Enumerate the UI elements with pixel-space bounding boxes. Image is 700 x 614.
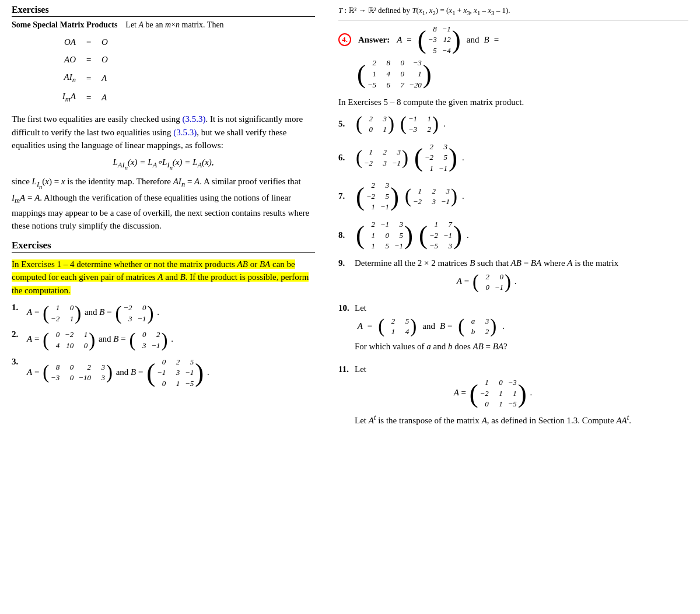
ex10-equation: A = ( 2 5 1 4 ) and B = ( xyxy=(355,316,508,337)
highlighted-intro: In Exercises 1 – 4 determine whether or … xyxy=(12,259,309,295)
ex10-num: 10. xyxy=(338,303,351,358)
ex3-a-label: A = xyxy=(27,367,41,376)
exercise-9: 9. Determine all the 2 × 2 matrices B su… xyxy=(338,258,688,296)
ex7-num: 7. xyxy=(338,191,351,201)
ex9-content: Determine all the 2 × 2 matrices B such … xyxy=(355,258,618,296)
answer-and: and xyxy=(467,35,480,45)
exercise-11: 11. Let A = ( 1 0 −3 −2 1 1 0 xyxy=(338,364,688,431)
ex9-text: Determine all the 2 × 2 matrices B such … xyxy=(355,258,618,268)
ex2-num: 2. xyxy=(12,329,23,339)
exercises-main-header: Exercises xyxy=(12,240,315,253)
exercises-intro: In Exercises 1 – 4 determine whether or … xyxy=(12,258,315,297)
ex10-question: For which values of a and b does AB = BA… xyxy=(355,340,508,353)
eq-oa: OA = O xyxy=(58,33,108,51)
ex11-line: 11. Let A = ( 1 0 −3 −2 1 1 0 xyxy=(338,364,688,431)
exercise-6: 6. ( 1 2 3 −2 3 −1 ) ( 2 3 −2 xyxy=(338,142,688,174)
eq-ima: ImA = A xyxy=(58,87,107,107)
left-column: Exercises Some Special Matrix Products L… xyxy=(0,0,327,614)
top-equation: T : ℝ² → ℝ² defined by T(x1, x2) = (x1 +… xyxy=(338,5,688,20)
ex8-matrix-b: ( 1 7 −2 −1 −5 3 ) xyxy=(419,219,462,251)
answer-b-matrix-wrap: ( 2 8 0 −3 1 4 0 1 −5 6 7 −20 ) xyxy=(356,58,688,90)
ex10-matrix-a: ( 2 5 1 4 ) xyxy=(378,316,416,337)
ex11-equation: A = ( 1 0 −3 −2 1 1 0 1 −5 xyxy=(355,377,631,409)
ex2-and: and B = xyxy=(99,335,128,344)
ex11-content: Let A = ( 1 0 −3 −2 1 1 0 1 xyxy=(355,364,631,431)
ex10-text: Let xyxy=(355,303,366,313)
ex3-and: and B = xyxy=(116,367,146,376)
ex1-a-label: A = xyxy=(27,308,41,317)
exercise-2: 2. A = ( 0 −2 1 4 10 0 ) and B = ( 0 xyxy=(12,329,315,350)
ex11-note: Let At is the transpose of the matrix A,… xyxy=(355,412,631,427)
ex6-line: 6. ( 1 2 3 −2 3 −1 ) ( 2 3 −2 xyxy=(338,142,688,174)
ex7-matrix-a: ( 2 3 −2 5 1 −1 ) xyxy=(356,180,399,212)
ex8-matrix-a: ( 2 −1 3 1 0 5 1 5 −1 ) xyxy=(356,219,413,251)
ex10-and: and xyxy=(422,321,435,331)
ex3-matrix-b: ( 0 2 5 −1 3 −1 0 1 −5 ) xyxy=(146,357,204,389)
special-products-section: Some Special Matrix Products Let A be an… xyxy=(12,20,315,107)
center-equation: LAIn(x) = LA∘LIn(x) = LA(x), xyxy=(12,157,315,171)
ex3-matrix-a: ( 8 0 2 3 −3 0 −10 3 ) xyxy=(43,362,113,383)
ex10-content: Let A = ( 2 5 1 4 ) and B = xyxy=(355,303,508,358)
ex1-content: A = ( 1 0 −2 1 ) and B = ( −2 0 3 −1 xyxy=(27,303,315,324)
ex11-text: Let xyxy=(355,364,366,374)
ex3-content: A = ( 8 0 2 3 −3 0 −10 3 ) and B = ( xyxy=(27,357,315,389)
ex7-matrix-b: ( 1 2 3 −2 3 −1 ) xyxy=(405,186,457,207)
exercise-1: 1. A = ( 1 0 −2 1 ) and B = ( −2 0 3 xyxy=(12,303,315,324)
para1: The first two equalities are easily chec… xyxy=(12,113,315,152)
ex5-num: 5. xyxy=(338,119,351,129)
top-exercises-header: Exercises xyxy=(12,5,315,17)
exercise-8: 8. ( 2 −1 3 1 0 5 1 5 −1 ) ( xyxy=(338,219,688,251)
ex5-matrix-a: ( 2 3 0 1 ) xyxy=(356,114,394,135)
answer-4-line: 4. Answer: A = ( 8 −1 −3 12 5 −4 ) and B… xyxy=(338,24,688,56)
exercises-label: Exercises xyxy=(12,5,49,15)
eq-ain: AIn = A xyxy=(58,68,107,87)
ex1-matrix-a: ( 1 0 −2 1 ) xyxy=(43,303,81,324)
answer-b-matrix: ( 2 8 0 −3 1 4 0 1 −5 6 7 −20 ) xyxy=(357,58,432,90)
eq-ao: AO = O xyxy=(58,51,108,68)
ex1-matrix-b: ( −2 0 3 −1 ) xyxy=(115,303,153,324)
special-product-equations: OA = O AO = O AIn = A ImA = A xyxy=(58,33,315,107)
ex10-matrix-b: ( a 3 b 2 ) xyxy=(458,316,496,337)
ex5-8-intro: In Exercises 5 – 8 compute the given mat… xyxy=(338,96,688,109)
sp-let: Let A be an m×n matrix. Then xyxy=(125,20,223,29)
ex2-content: A = ( 0 −2 1 4 10 0 ) and B = ( 0 2 xyxy=(27,329,315,350)
ex9-line: 9. Determine all the 2 × 2 matrices B su… xyxy=(338,258,688,296)
ex6-matrix-a: ( 1 2 3 −2 3 −1 ) xyxy=(356,147,408,168)
sp-title: Some Special Matrix Products Let A be an… xyxy=(12,20,315,30)
ex3-num: 3. xyxy=(12,357,23,367)
ex1-num: 1. xyxy=(12,303,23,313)
ex11-num: 11. xyxy=(338,364,351,431)
ex5-matrix-b: ( −1 1 −3 2 ) xyxy=(400,114,439,135)
ex2-a-label: A = xyxy=(27,335,41,344)
ex10-line: 10. Let A = ( 2 5 1 4 ) and xyxy=(338,303,688,358)
exercise-10: 10. Let A = ( 2 5 1 4 ) and xyxy=(338,303,688,358)
circled-4: 4. xyxy=(338,33,351,46)
right-column: T : ℝ² → ℝ² defined by T(x1, x2) = (x1 +… xyxy=(327,0,700,614)
ex9-matrix-a: ( 2 0 0 −1 ) xyxy=(473,272,511,293)
answer-a-matrix: ( 8 −1 −3 12 5 −4 ) xyxy=(418,24,461,56)
answer-label: Answer: xyxy=(358,35,390,45)
ex8-line: 8. ( 2 −1 3 1 0 5 1 5 −1 ) ( xyxy=(338,219,688,251)
ex2-matrix-b: ( 0 2 3 −1 ) xyxy=(129,329,167,350)
ex8-num: 8. xyxy=(338,230,351,240)
ex2-matrix-a: ( 0 −2 1 4 10 0 ) xyxy=(43,329,95,350)
answer-4-block: 4. Answer: A = ( 8 −1 −3 12 5 −4 ) and B… xyxy=(338,24,688,90)
ex7-line: 7. ( 2 3 −2 5 1 −1 ) ( 1 2 3 xyxy=(338,180,688,212)
ex6-matrix-b: ( 2 3 −2 5 1 −1 ) xyxy=(414,142,457,174)
ex11-matrix-a: ( 1 0 −3 −2 1 1 0 1 −5 ) xyxy=(470,377,527,409)
ex9-equation: A = ( 2 0 0 −1 ) . xyxy=(355,272,618,293)
ex9-num: 9. xyxy=(338,258,351,296)
ex1-and: and B = xyxy=(85,308,114,317)
exercise-7: 7. ( 2 3 −2 5 1 −1 ) ( 1 2 3 xyxy=(338,180,688,212)
exercise-5: 5. ( 2 3 0 1 ) ( −1 1 −3 2 ) xyxy=(338,114,688,135)
exercise-3: 3. A = ( 8 0 2 3 −3 0 −10 3 ) and B = xyxy=(12,357,315,389)
para2a: since LIn(x) = x is the identity map. Th… xyxy=(12,175,315,233)
ex5-line: 5. ( 2 3 0 1 ) ( −1 1 −3 2 ) xyxy=(338,114,688,135)
ex6-num: 6. xyxy=(338,153,351,163)
